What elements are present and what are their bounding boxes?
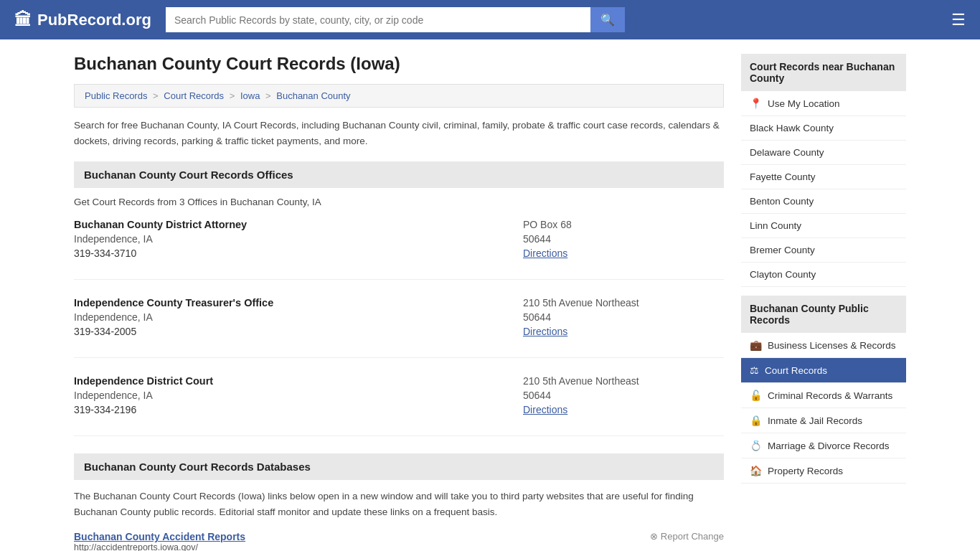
page-title: Buchanan County Court Records (Iowa) (74, 54, 724, 74)
marriage-icon: 💍 (750, 440, 762, 451)
logo-icon: 🏛 (14, 10, 32, 30)
use-location-item[interactable]: 📍 Use My Location (741, 91, 906, 116)
use-location-label: Use My Location (768, 98, 840, 109)
nearby-county-link-2: Fayette County (750, 171, 816, 182)
report-icon: ⊗ (650, 531, 658, 542)
office-address-2: 210 5th Avenue Northeast (523, 297, 724, 309)
nearby-counties-list: Black Hawk County Delaware County Fayett… (741, 116, 906, 287)
breadcrumb-public-records[interactable]: Public Records (85, 90, 147, 101)
nearby-county-link-1: Delaware County (750, 147, 824, 158)
db-entry-row: Buchanan County Accident Reports http://… (74, 531, 724, 551)
office-right-3: 210 5th Avenue Northeast 50644 Direction… (523, 375, 724, 418)
sidebar-item-business[interactable]: 💼 Business Licenses & Records (741, 333, 906, 358)
offices-count: Get Court Records from 3 Offices in Buch… (74, 197, 724, 207)
office-name-3: Independence District Court (74, 375, 523, 387)
property-icon: 🏠 (750, 465, 762, 476)
nearby-section-title: Court Records near Buchanan County (741, 54, 906, 91)
inmate-link: Inmate & Jail Records (768, 415, 862, 426)
office-left-1: Buchanan County District Attorney Indepe… (74, 219, 523, 262)
nearby-county-link-6: Clayton County (750, 269, 816, 280)
nearby-county-link-5: Bremer County (750, 245, 815, 255)
databases-section-header: Buchanan County Court Records Databases (74, 453, 724, 480)
office-right-2: 210 5th Avenue Northeast 50644 Direction… (523, 297, 724, 340)
court-icon: ⚖ (750, 364, 759, 376)
directions-link-2[interactable]: Directions (523, 326, 567, 337)
office-zip-3: 50644 (523, 390, 724, 401)
nearby-county-1[interactable]: Delaware County (741, 141, 906, 165)
office-zip-2: 50644 (523, 311, 724, 323)
breadcrumb-buchanan-county[interactable]: Buchanan County (276, 90, 350, 101)
breadcrumb-iowa[interactable]: Iowa (240, 90, 260, 101)
office-entry-2: Independence County Treasurer's Office I… (74, 297, 724, 358)
office-right-1: PO Box 68 50644 Directions (523, 219, 724, 262)
office-city-2: Independence, IA (74, 311, 523, 323)
breadcrumb-sep-1: > (153, 90, 161, 101)
office-phone-2: 319-334-2005 (74, 326, 523, 337)
search-input[interactable] (166, 7, 590, 32)
offices-section-header: Buchanan County Court Records Offices (74, 161, 724, 188)
nearby-county-0[interactable]: Black Hawk County (741, 116, 906, 141)
logo-text: PubRecord.org (37, 11, 151, 29)
breadcrumb-sep-2: > (230, 90, 237, 101)
office-address-1: PO Box 68 (523, 219, 724, 230)
sidebar-item-criminal[interactable]: 🔓 Criminal Records & Warrants (741, 383, 906, 408)
office-left-2: Independence County Treasurer's Office I… (74, 297, 523, 340)
public-records-section-title: Buchanan County Public Records (741, 296, 906, 333)
sidebar-item-marriage[interactable]: 💍 Marriage & Divorce Records (741, 433, 906, 458)
nearby-county-3[interactable]: Benton County (741, 189, 906, 214)
business-icon: 💼 (750, 339, 762, 351)
nearby-county-link-0: Black Hawk County (750, 123, 834, 133)
directions-link-1[interactable]: Directions (523, 248, 567, 259)
db-entry-name[interactable]: Buchanan County Accident Reports (74, 531, 245, 542)
office-phone-3: 319-334-2196 (74, 404, 523, 415)
search-bar: 🔍 (166, 7, 625, 32)
site-logo[interactable]: 🏛 PubRecord.org (14, 10, 151, 30)
sidebar: Court Records near Buchanan County 📍 Use… (741, 54, 906, 551)
office-left-3: Independence District Court Independence… (74, 375, 523, 418)
sidebar-item-court[interactable]: ⚖ Court Records (741, 358, 906, 383)
office-name-2: Independence County Treasurer's Office (74, 297, 523, 309)
db-entry-url: http://accidentreports.iowa.gov/ (74, 542, 245, 551)
office-entry-1: Buchanan County District Attorney Indepe… (74, 219, 724, 280)
directions-link-3[interactable]: Directions (523, 404, 567, 415)
sidebar-item-inmate[interactable]: 🔒 Inmate & Jail Records (741, 408, 906, 433)
criminal-icon: 🔓 (750, 390, 762, 401)
criminal-link: Criminal Records & Warrants (768, 390, 892, 401)
breadcrumb-sep-3: > (265, 90, 273, 101)
marriage-link: Marriage & Divorce Records (768, 441, 890, 451)
page-description: Search for free Buchanan County, IA Cour… (74, 118, 724, 149)
report-change-button[interactable]: ⊗ Report Change (650, 531, 724, 542)
business-link: Business Licenses & Records (768, 340, 896, 351)
db-entry-left: Buchanan County Accident Reports http://… (74, 531, 245, 551)
inmate-icon: 🔒 (750, 415, 762, 426)
office-zip-1: 50644 (523, 233, 724, 245)
databases-description: The Buchanan County Court Records (Iowa)… (74, 489, 724, 519)
location-icon: 📍 (750, 98, 762, 109)
nearby-county-5[interactable]: Bremer County (741, 238, 906, 263)
office-name-1: Buchanan County District Attorney (74, 219, 523, 230)
breadcrumb: Public Records > Court Records > Iowa > … (74, 84, 724, 108)
main-container: Buchanan County Court Records (Iowa) Pub… (60, 39, 920, 551)
breadcrumb-court-records[interactable]: Court Records (164, 90, 224, 101)
nearby-county-6[interactable]: Clayton County (741, 263, 906, 287)
office-entry-3: Independence District Court Independence… (74, 375, 724, 436)
report-label: Report Change (661, 531, 724, 542)
content-area: Buchanan County Court Records (Iowa) Pub… (74, 54, 724, 551)
property-link: Property Records (768, 466, 843, 476)
office-city-1: Independence, IA (74, 233, 523, 245)
nearby-county-4[interactable]: Linn County (741, 214, 906, 238)
search-button[interactable]: 🔍 (590, 7, 625, 32)
office-phone-1: 319-334-3710 (74, 248, 523, 259)
office-address-3: 210 5th Avenue Northeast (523, 375, 724, 387)
court-label: Court Records (765, 365, 827, 376)
office-city-3: Independence, IA (74, 390, 523, 401)
nearby-county-link-3: Benton County (750, 196, 814, 207)
nearby-county-link-4: Linn County (750, 220, 801, 231)
nearby-county-2[interactable]: Fayette County (741, 165, 906, 189)
hamburger-button[interactable]: ☰ (951, 11, 966, 29)
sidebar-item-property[interactable]: 🏠 Property Records (741, 458, 906, 484)
site-header: 🏛 PubRecord.org 🔍 ☰ (0, 0, 980, 39)
